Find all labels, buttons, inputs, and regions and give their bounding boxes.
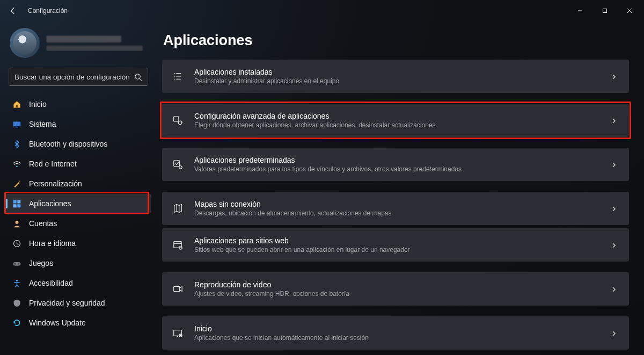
chevron-right-icon: [611, 285, 618, 293]
card-defaults[interactable]: Aplicaciones predeterminadasValores pred…: [162, 148, 629, 181]
search-icon: [134, 73, 142, 81]
chevron-right-icon: [611, 161, 618, 168]
gear-icon: [172, 114, 184, 126]
card-subtitle: Aplicaciones que se inician automáticame…: [194, 334, 611, 342]
svg-rect-3: [13, 121, 20, 126]
card-maps[interactable]: Mapas sin conexiónDescargas, ubicación d…: [162, 192, 629, 225]
sidebar-item-label: Juegos: [29, 259, 53, 267]
svg-rect-19: [174, 242, 182, 248]
sidebar-item-a11y[interactable]: Accesibilidad: [5, 273, 151, 293]
card-subtitle: Desinstalar y administrar aplicaciones e…: [194, 77, 611, 85]
a11y-icon: [12, 278, 21, 288]
card-subtitle: Ajustes de video, streaming HDR, opcione…: [194, 290, 611, 298]
card-text: Aplicaciones instaladasDesinstalar y adm…: [194, 68, 611, 85]
card-list: Aplicaciones instaladasDesinstalar y adm…: [162, 60, 629, 350]
card-websites[interactable]: Aplicaciones para sitios webSitios web q…: [162, 228, 629, 262]
globe-icon: [172, 239, 184, 251]
sidebar-item-pers[interactable]: Personalización: [5, 174, 151, 193]
sidebar-item-label: Red e Internet: [29, 160, 77, 168]
startup-icon: [172, 327, 184, 339]
wifi-icon: [12, 159, 21, 169]
sidebar-item-bt[interactable]: Bluetooth y dispositivos: [5, 134, 151, 154]
sidebar-item-net[interactable]: Red e Internet: [5, 154, 151, 173]
card-title: Reproducción de video: [194, 280, 611, 289]
sidebar-item-time[interactable]: Hora e idioma: [5, 234, 151, 253]
sidebar: Buscar una opción de configuración Inici…: [0, 21, 155, 355]
svg-rect-0: [603, 9, 607, 13]
profile-email-redacted: [46, 46, 143, 51]
clock-icon: [12, 238, 21, 248]
search-input[interactable]: Buscar una opción de configuración: [9, 68, 148, 86]
sidebar-item-system[interactable]: Sistema: [5, 114, 151, 134]
sidebar-item-label: Privacidad y seguridad: [29, 299, 105, 307]
profile-text: [46, 35, 147, 51]
maximize-button[interactable]: [592, 2, 617, 19]
sidebar-item-label: Personalización: [29, 179, 82, 188]
video-icon: [172, 283, 184, 295]
card-installed[interactable]: Aplicaciones instaladasDesinstalar y adm…: [162, 60, 629, 93]
sidebar-item-label: Cuentas: [29, 219, 57, 228]
svg-rect-15: [174, 117, 179, 121]
svg-rect-9: [17, 204, 20, 207]
window-title: Configuración: [28, 7, 68, 15]
svg-point-18: [179, 166, 182, 169]
update-icon: [12, 318, 21, 328]
map-icon: [172, 202, 184, 214]
sidebar-item-label: Inicio: [29, 100, 47, 108]
close-button[interactable]: [617, 2, 642, 19]
svg-point-13: [18, 263, 19, 264]
sidebar-item-apps[interactable]: Aplicaciones: [5, 194, 151, 213]
page-title: Aplicaciones: [163, 32, 629, 49]
card-text: Aplicaciones para sitios webSitios web q…: [194, 236, 611, 254]
svg-rect-8: [13, 204, 16, 207]
card-title: Aplicaciones para sitios web: [194, 236, 611, 245]
profile-name-redacted: [46, 35, 121, 42]
titlebar-left: Configuración: [5, 3, 68, 18]
chevron-right-icon: [611, 205, 618, 212]
card-text: Mapas sin conexiónDescargas, ubicación d…: [194, 200, 611, 218]
card-text: Aplicaciones predeterminadasValores pred…: [194, 156, 611, 173]
sidebar-item-label: Aplicaciones: [29, 199, 71, 208]
check-icon: [172, 158, 184, 170]
card-title: Inicio: [194, 324, 611, 334]
card-text: InicioAplicaciones que se inician automá…: [194, 324, 611, 342]
sidebar-item-label: Windows Update: [29, 318, 86, 327]
card-text: Reproducción de videoAjustes de video, s…: [194, 280, 611, 298]
card-title: Mapas sin conexión: [194, 200, 611, 209]
list-icon: [172, 70, 184, 82]
main-content: Aplicaciones Aplicaciones instaladasDesi…: [155, 21, 644, 355]
svg-rect-21: [174, 286, 180, 291]
brush-icon: [12, 179, 21, 189]
svg-rect-6: [13, 200, 16, 203]
svg-point-14: [16, 279, 17, 281]
chevron-right-icon: [611, 117, 618, 124]
svg-point-5: [16, 165, 18, 167]
sidebar-item-game[interactable]: Juegos: [5, 253, 151, 273]
svg-rect-4: [15, 126, 18, 127]
svg-point-16: [178, 121, 181, 124]
arrow-left-icon: [9, 7, 17, 15]
sidebar-item-priv[interactable]: Privacidad y seguridad: [5, 293, 151, 313]
sidebar-item-home[interactable]: Inicio: [5, 95, 151, 114]
svg-point-1: [135, 74, 140, 78]
user-icon: [12, 219, 21, 228]
sidebar-item-wu[interactable]: Windows Update: [5, 313, 151, 332]
card-subtitle: Sitios web que se pueden abrir en una ap…: [194, 246, 611, 253]
sidebar-item-label: Sistema: [29, 120, 56, 128]
profile-block[interactable]: [5, 25, 151, 66]
card-subtitle: Elegir dónde obtener aplicaciones, archi…: [194, 121, 611, 129]
home-icon: [12, 99, 21, 109]
sidebar-item-label: Bluetooth y dispositivos: [29, 140, 107, 148]
minimize-button[interactable]: [568, 2, 592, 19]
card-startup[interactable]: InicioAplicaciones que se inician automá…: [162, 316, 629, 350]
back-button[interactable]: [5, 3, 20, 18]
system-icon: [12, 119, 21, 129]
apps-icon: [12, 199, 21, 208]
card-subtitle: Descargas, ubicación de almacenamiento, …: [194, 209, 611, 217]
card-video[interactable]: Reproducción de videoAjustes de video, s…: [162, 272, 629, 306]
card-title: Aplicaciones predeterminadas: [194, 156, 611, 165]
nav-list: InicioSistemaBluetooth y dispositivosRed…: [5, 95, 151, 332]
card-advanced[interactable]: Configuración avanzada de aplicacionesEl…: [162, 104, 629, 137]
sidebar-item-acc[interactable]: Cuentas: [5, 214, 151, 233]
search-placeholder: Buscar una opción de configuración: [14, 73, 130, 81]
